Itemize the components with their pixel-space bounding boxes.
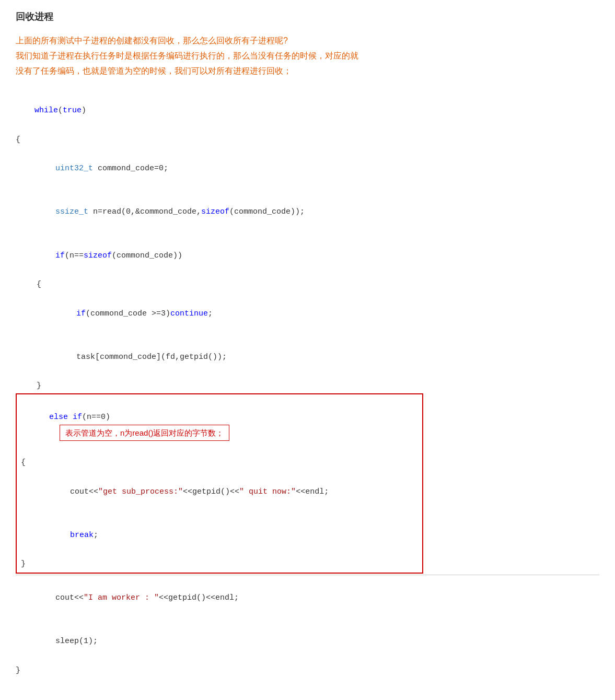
if-id-line: if(id==0) <box>16 688 599 700</box>
code-block-1: while(true) { uint32_t commond_code=0; s… <box>16 89 599 678</box>
code-ssize: ssize_t n=read(0,&commond_code,sizeof(co… <box>16 191 599 234</box>
else-cout: cout<<"get sub_process:"<<getpid()<<" qu… <box>21 470 418 514</box>
code-uint32: uint32_t commond_code=0; <box>16 147 599 190</box>
else-if-line: else if(n==0) 表示管道为空，n为read()返回对应的字节数； <box>21 395 418 456</box>
else-brace-open: { <box>21 456 418 470</box>
intro-line3: 没有了任务编码，也就是管道为空的时候，我们可以对所有进程进行回收； <box>16 64 599 79</box>
code-inner-close: } <box>16 379 599 393</box>
code-if-sizeof: if(n==sizeof(commond_code)) <box>16 234 599 277</box>
code-sleep: sleep(1); <box>16 620 599 663</box>
intro-line1: 上面的所有测试中子进程的创建都没有回收，那么怎么回收所有子进程呢? <box>16 33 599 49</box>
annotation-text: 表示管道为空，n为read()返回对应的字节数； <box>60 425 229 441</box>
code-if-commond: if(commond_code >=3)continue; <box>16 292 599 335</box>
else-break: break; <box>21 514 418 557</box>
else-brace-close: } <box>21 557 418 571</box>
code-cout-worker: cout<<"I am worker : "<<getpid()<<endl; <box>16 576 599 620</box>
code-while-close: } <box>16 663 599 678</box>
code-block-2: if(id==0) { //child close(pipefd[1]); //… <box>16 688 599 700</box>
intro-line2: 我们知道子进程在执行任务时是根据任务编码进行执行的，那么当没有任务的时候，对应的… <box>16 49 599 64</box>
code-brace-open: { <box>16 133 599 147</box>
while-header: while(true) <box>16 89 599 132</box>
intro-section: 上面的所有测试中子进程的创建都没有回收，那么怎么回收所有子进程呢? 我们知道子进… <box>16 33 599 78</box>
page-title: 回收进程 <box>16 10 599 23</box>
else-if-block: else if(n==0) 表示管道为空，n为read()返回对应的字节数； {… <box>16 393 423 574</box>
code-task: task[commond_code](fd,getpid()); <box>16 335 599 379</box>
code-inner-brace: { <box>16 277 599 292</box>
